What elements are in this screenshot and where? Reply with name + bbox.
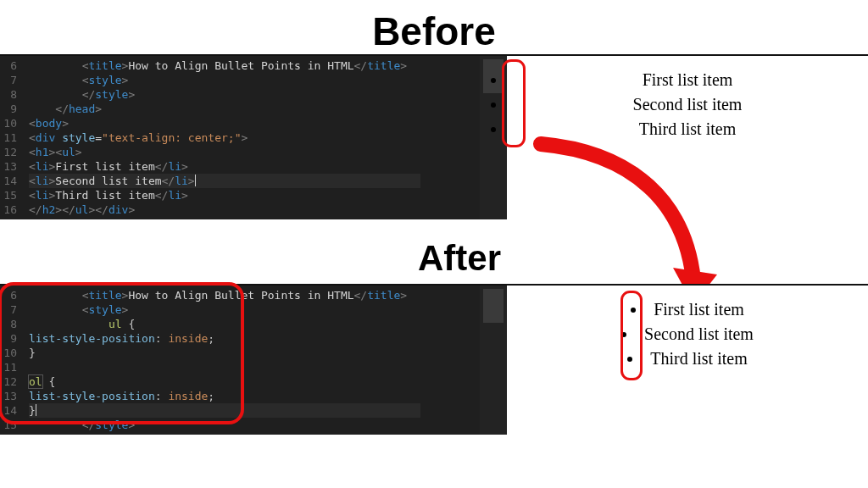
render-preview-before: First list itemSecond list itemThird lis… — [507, 56, 868, 219]
list-item: Second list item — [507, 92, 868, 117]
before-row: 678910111213141516 <title>How to Align B… — [0, 54, 868, 219]
code-editor-after: 6789101112131415 <title>How to Align Bul… — [0, 286, 507, 435]
list-item: Third list item — [507, 347, 868, 371]
line-number-gutter: 6789101112131415 — [0, 286, 22, 435]
list-item: Second list item — [507, 322, 868, 347]
heading-before: Before — [0, 8, 868, 54]
minimap — [480, 286, 507, 435]
line-number-gutter: 678910111213141516 — [0, 56, 22, 219]
preview-list-after: First list itemSecond list itemThird lis… — [507, 297, 868, 371]
list-item: Third list item — [507, 117, 868, 141]
code-area: <title>How to Align Bullet Points in HTM… — [22, 56, 480, 219]
heading-after: After — [51, 238, 868, 279]
code-editor-before: 678910111213141516 <title>How to Align B… — [0, 56, 507, 219]
after-row: 6789101112131415 <title>How to Align Bul… — [0, 284, 868, 435]
list-item: First list item — [507, 68, 868, 92]
render-preview-after: First list itemSecond list itemThird lis… — [507, 286, 868, 435]
preview-list-before: First list itemSecond list itemThird lis… — [507, 68, 868, 141]
list-item: First list item — [507, 297, 868, 322]
code-area: <title>How to Align Bullet Points in HTM… — [22, 286, 480, 435]
